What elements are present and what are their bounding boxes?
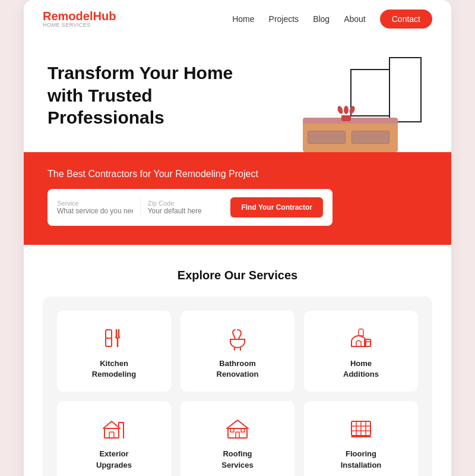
service-name-flooring: FlooringInstallation: [341, 449, 382, 470]
zip-label: Zip Code: [148, 200, 224, 207]
service-name-kitchen: KitchenRemodeling: [92, 358, 136, 380]
svg-rect-17: [236, 432, 239, 438]
service-label: Service: [57, 200, 133, 207]
roofing-icon: [222, 415, 253, 442]
leaf-right: [349, 105, 356, 115]
service-card-bathroom[interactable]: BathroomRenovation: [180, 311, 294, 392]
service-card-kitchen[interactable]: KitchenRemodeling: [57, 311, 171, 392]
service-card-exterior[interactable]: ExteriorUpgrades: [57, 401, 171, 476]
nav-links: Home Projects Blog About Contact: [232, 10, 432, 29]
service-input[interactable]: [57, 207, 133, 215]
nav-about[interactable]: About: [344, 14, 366, 24]
nav-blog[interactable]: Blog: [313, 14, 330, 24]
search-bar: Service Zip Code Find Your Contractor: [48, 189, 332, 226]
kitchen-icon: [99, 325, 129, 351]
svg-rect-10: [109, 432, 114, 438]
leaf-left: [337, 105, 344, 115]
navbar: RemodelHub HOME SERVICES Home Projects B…: [24, 0, 451, 38]
service-card-flooring[interactable]: FlooringInstallation: [304, 401, 418, 476]
red-band: The Best Contractors for Your Remodeling…: [24, 152, 451, 245]
logo: RemodelHub HOME SERVICES: [43, 10, 116, 29]
brand-name-part2: Hub: [93, 10, 116, 23]
services-section: Explore Our Services: [24, 245, 451, 476]
service-name-roofing: RoofingServices: [221, 449, 254, 470]
illustration-container: [297, 57, 428, 152]
contact-button[interactable]: Contact: [380, 10, 432, 29]
nav-projects[interactable]: Projects: [269, 14, 299, 24]
zip-input[interactable]: [148, 207, 224, 215]
services-grid-wrapper: KitchenRemodeling BathroomRenovation: [43, 297, 432, 476]
sideboard-drawer-right: [352, 131, 390, 144]
sideboard-drawer-left: [308, 131, 346, 144]
find-contractor-button[interactable]: Find Your Contractor: [230, 197, 323, 217]
page-wrapper: RemodelHub HOME SERVICES Home Projects B…: [24, 0, 451, 476]
home-additions-icon: [346, 325, 376, 351]
service-name-home: HomeAdditions: [343, 358, 379, 380]
svg-rect-9: [104, 428, 119, 438]
nav-home[interactable]: Home: [232, 14, 254, 24]
plant-pot: [341, 115, 351, 121]
services-title: Explore Our Services: [43, 269, 432, 282]
exterior-icon: [99, 415, 129, 442]
service-card-roofing[interactable]: RoofingServices: [180, 401, 294, 476]
search-divider: [140, 198, 141, 217]
service-name-exterior: ExteriorUpgrades: [96, 449, 132, 470]
hero-text: Transform Your Home with Trusted Profess…: [48, 57, 297, 129]
brand-name-part1: Remodel: [43, 10, 93, 23]
brand-tagline: HOME SERVICES: [43, 23, 116, 29]
illustration-frame-tall: [389, 57, 422, 122]
hero-section: Transform Your Home with Trusted Profess…: [24, 38, 451, 152]
svg-rect-14: [228, 428, 247, 438]
hero-illustration: [297, 57, 428, 152]
zip-field: Zip Code: [148, 200, 224, 215]
service-name-bathroom: BathroomRenovation: [217, 358, 259, 380]
hero-title: Transform Your Home with Trusted Profess…: [48, 62, 261, 129]
brand-name: RemodelHub: [43, 10, 116, 23]
illustration-plant: [337, 106, 355, 121]
flooring-icon: [346, 415, 376, 442]
band-subtitle: The Best Contractors for Your Remodeling…: [48, 169, 428, 179]
plant-leaves: [337, 106, 355, 114]
service-card-home[interactable]: HomeAdditions: [304, 311, 418, 392]
leaf-center: [344, 106, 349, 114]
bathroom-icon: [222, 325, 253, 351]
service-field: Service: [57, 200, 133, 215]
illustration-sideboard: [303, 121, 398, 152]
services-grid: KitchenRemodeling BathroomRenovation: [57, 311, 418, 476]
